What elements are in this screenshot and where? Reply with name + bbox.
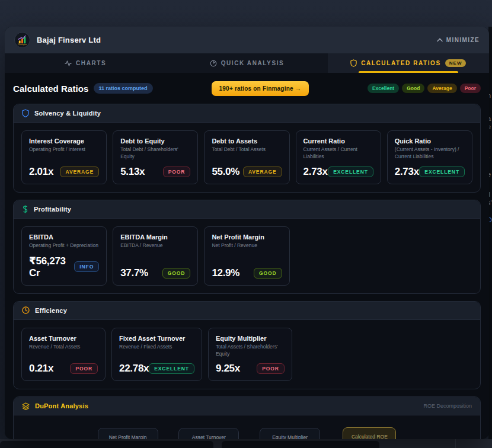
legend-good: Good: [402, 84, 424, 93]
dollar-icon: [22, 205, 28, 213]
dupont-factor-net-profit-margin: Net Profit Margin 12.9%: [98, 428, 158, 439]
section-solvency-liquidity: Solvency & Liquidity Interest Coverage O…: [13, 104, 481, 193]
ratio-formula: Total Assets / Shareholders' Equity: [216, 344, 285, 358]
rating-badge: AVERAGE: [60, 167, 99, 177]
rating-badge: POOR: [70, 363, 98, 374]
ratio-card-ebitda-margin: EBITDA Margin EBITDA / Revenue 37.7% GOO…: [113, 226, 198, 286]
section-header: Profitability: [14, 200, 480, 219]
dupont-factor-asset-turnover: Asset Turnover 0.21x: [178, 428, 239, 439]
dupont-formula-row: Net Profit Margin 12.9% × Asset Turnover…: [14, 415, 480, 439]
ratio-name: Fixed Asset Turnover: [119, 335, 194, 342]
ratio-card-net-profit-margin: Net Profit Margin Net Profit / Revenue 1…: [204, 226, 289, 286]
ratio-name: Equity Multiplier: [216, 335, 285, 342]
ratio-value: 2.73x: [303, 166, 328, 178]
ratio-card-current-ratio: Current Ratio Current Assets / Current L…: [296, 130, 381, 184]
roe-label: Calculated ROE: [346, 434, 393, 439]
ratio-name: EBITDA: [29, 233, 99, 241]
tab-calculated-ratios[interactable]: CALCULATED RATIOS NEW: [328, 53, 489, 73]
rating-badge: POOR: [163, 167, 191, 177]
ratio-name: Interest Coverage: [29, 137, 99, 145]
calculated-roe-box: Calculated ROE 25.1%: [343, 427, 396, 439]
shield-icon: [22, 109, 29, 117]
ratio-formula: EBITDA / Revenue: [120, 242, 190, 249]
legend-poor: Poor: [460, 84, 481, 93]
section-header: Efficiency: [14, 302, 480, 320]
rating-badge: EXCELLENT: [328, 167, 373, 177]
rating-badge: INFO: [74, 261, 99, 272]
equals-operator: =: [328, 437, 335, 439]
ratio-name: Quick Ratio: [395, 137, 465, 145]
ratio-card-equity-multiplier: Equity Multiplier Total Assets / Shareho…: [208, 328, 292, 382]
ratio-value: 9.25x: [216, 363, 240, 375]
ratio-card-debt-to-assets: Debt to Assets Total Debt / Total Assets…: [204, 130, 289, 184]
legend-average: Average: [427, 84, 456, 93]
ratio-card-quick-ratio: Quick Ratio (Current Assets - Inventory)…: [387, 130, 472, 184]
rating-badge: AVERAGE: [243, 167, 282, 177]
background-page-bottom: [0, 439, 492, 448]
roe-decomposition-label: ROE Decomposition: [423, 403, 472, 409]
ratio-card-ebitda: EBITDA Operating Profit + Depreciation ₹…: [21, 226, 107, 286]
ratio-name: EBITDA Margin: [120, 233, 190, 241]
section-cards: Interest Coverage Operating Profit / Int…: [14, 123, 480, 192]
multiply-operator: ×: [166, 439, 171, 439]
ratio-value: 0.21x: [29, 363, 53, 375]
ratio-formula: (Current Assets - Inventory) / Current L…: [395, 146, 465, 161]
section-title: DuPont Analysis: [35, 402, 88, 409]
ratio-value: 2.73x: [395, 166, 419, 178]
section-title: Efficiency: [35, 307, 67, 314]
ratio-value: 55.0%: [212, 166, 239, 178]
ratio-name: Asset Turnover: [29, 335, 98, 342]
tab-bar: CHARTS QUICK ANALYSIS CALCULATED RATIOS …: [5, 53, 489, 73]
ratio-card-debt-to-equity: Debt to Equity Total Debt / Shareholders…: [113, 130, 198, 184]
background-panel: [222, 441, 379, 448]
minimize-button[interactable]: MINIMIZE: [437, 37, 480, 43]
finmagine-logo-icon: Finmagine: [14, 32, 30, 48]
ratio-card-interest-coverage: Interest Coverage Operating Profit / Int…: [21, 130, 107, 184]
ratios-toolbar: Calculated Ratios 11 ratios computed 190…: [13, 78, 481, 98]
rating-badge: GOOD: [254, 268, 282, 279]
finmagine-cta-button[interactable]: 190+ ratios on Finmagine →: [212, 81, 309, 96]
factor-label: Net Profit Margin: [101, 434, 155, 439]
section-title: Solvency & Liquidity: [34, 110, 101, 117]
modal-header: Finmagine Bajaj Finserv Ltd MINIMIZE: [5, 27, 489, 53]
tab-charts[interactable]: CHARTS: [5, 53, 166, 73]
ratio-formula: Operating Profit + Depreciation: [29, 242, 99, 249]
ratio-value: 37.7%: [120, 267, 148, 279]
ratio-card-asset-turnover: Asset Turnover Revenue / Total Assets 0.…: [21, 328, 106, 382]
calculated-ratios-modal: Finmagine Bajaj Finserv Ltd MINIMIZE CHA…: [5, 27, 489, 439]
ratio-value: 12.9%: [212, 267, 239, 279]
ratio-formula: Revenue / Fixed Assets: [119, 344, 194, 351]
tab-label: CHARTS: [76, 60, 106, 66]
legend-excellent: Excellent: [368, 84, 399, 93]
section-title: Profitability: [34, 206, 71, 213]
company-name: Bajaj Finserv Ltd: [37, 36, 430, 44]
ratio-formula: Revenue / Total Assets: [29, 344, 98, 351]
ratio-formula: Operating Profit / Interest: [29, 146, 99, 153]
ratios-count-badge: 11 ratios computed: [94, 83, 153, 94]
rating-badge: EXCELLENT: [149, 363, 194, 374]
tab-label: CALCULATED RATIOS: [361, 60, 441, 66]
shield-icon: [350, 59, 357, 67]
ratio-formula: Total Debt / Shareholders' Equity: [120, 146, 190, 161]
factor-label: Equity Multiplier: [263, 434, 317, 439]
activity-icon: [65, 60, 72, 67]
chevron-up-icon: [437, 38, 443, 42]
tab-label: QUICK ANALYSIS: [221, 60, 285, 66]
rating-legend: Excellent Good Average Poor: [368, 84, 481, 93]
ratio-card-fixed-asset-turnover: Fixed Asset Turnover Revenue / Fixed Ass…: [111, 328, 202, 382]
layers-icon: [22, 402, 30, 410]
ratio-name: Net Profit Margin: [212, 233, 282, 241]
tab-quick-analysis[interactable]: QUICK ANALYSIS: [166, 53, 327, 73]
dupont-factor-equity-multiplier: Equity Multiplier 9.25x: [260, 428, 320, 439]
factor-label: Asset Turnover: [181, 434, 236, 439]
rating-badge: EXCELLENT: [419, 167, 465, 177]
ratio-formula: Current Assets / Current Liabilities: [303, 146, 373, 161]
background-divider: [455, 439, 456, 448]
ratio-name: Debt to Assets: [212, 137, 282, 145]
multiply-operator: ×: [247, 439, 252, 439]
section-profitability: Profitability EBITDA Operating Profit + …: [13, 200, 481, 294]
screen: n i a e r e il s' D Finmagine Baja: [0, 0, 492, 448]
active-tab-underline: [359, 71, 458, 73]
modal-content: Calculated Ratios 11 ratios computed 190…: [5, 73, 489, 439]
ratio-name: Current Ratio: [303, 137, 373, 145]
